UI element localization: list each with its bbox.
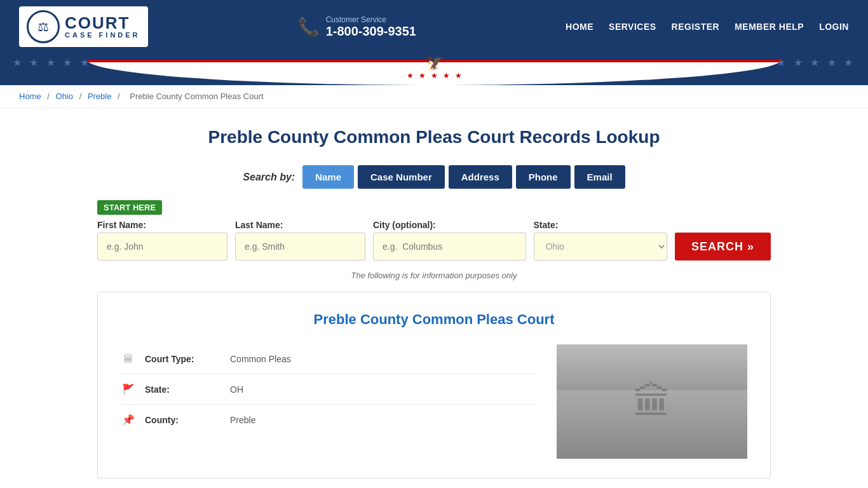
breadcrumb-ohio[interactable]: Ohio [56,92,73,101]
breadcrumb-preble[interactable]: Preble [88,92,112,101]
logo-area: ⚖ COURT CASE FINDER [19,6,148,47]
state-detail-value: OH [230,384,243,395]
search-by-row: Search by: Name Case Number Address Phon… [97,165,771,189]
tab-case-number[interactable]: Case Number [358,165,445,189]
breadcrumb-sep2: / [79,92,84,101]
phone-label: Customer Service [326,15,416,24]
nav-services[interactable]: SERVICES [609,22,656,32]
breadcrumb-current: Preble County Common Pleas Court [130,92,263,101]
breadcrumb-home[interactable]: Home [19,92,41,101]
state-detail-label: State: [145,384,221,395]
court-image [557,344,747,459]
logo-text: COURT CASE FINDER [65,15,140,39]
court-image-placeholder [557,344,747,459]
detail-row-county: 📌 County: Preble [121,405,538,435]
firstname-input[interactable] [97,233,227,261]
tab-name[interactable]: Name [302,165,354,189]
phone-info: Customer Service 1-800-309-9351 [326,15,416,39]
search-form-row: First Name: Last Name: City (optional): … [97,220,771,261]
search-form-container: START HERE First Name: Last Name: City (… [97,200,771,261]
nav-register[interactable]: REGISTER [672,22,720,32]
lastname-group: Last Name: [235,220,365,261]
logo-finder-text: CASE FINDER [65,31,140,39]
stars-left: ★ ★ ★ ★ ★ [13,57,92,69]
detail-row-state: 🚩 State: OH [121,374,538,405]
court-card: Preble County Common Pleas Court 🏛 Court… [97,292,771,478]
county-label: County: [145,415,221,425]
state-group: State: AlabamaAlaskaArizonaArkansasCalif… [534,220,667,261]
nav-login[interactable]: LOGIN [819,22,849,32]
detail-row-court-type: 🏛 Court Type: Common Pleas [121,344,538,374]
logo-court-text: COURT [65,15,140,31]
page-title: Preble County Common Pleas Court Records… [97,127,771,147]
city-label: City (optional): [373,220,526,230]
tab-phone[interactable]: Phone [516,165,571,189]
logo-emblem: ⚖ [27,10,60,43]
tab-address[interactable]: Address [449,165,512,189]
breadcrumb-sep1: / [47,92,51,101]
lastname-input[interactable] [235,233,365,261]
tab-email[interactable]: Email [574,165,625,189]
court-card-title: Preble County Common Pleas Court [121,311,747,328]
site-header: ⚖ COURT CASE FINDER 📞 Customer Service 1… [0,0,868,53]
main-nav: HOME SERVICES REGISTER MEMBER HELP LOGIN [566,22,849,32]
county-value: Preble [230,415,255,425]
search-button[interactable]: SEARCH » [675,233,771,261]
main-content: Preble County Common Pleas Court Records… [85,108,783,488]
phone-icon: 📞 [297,17,320,37]
logo-box: ⚖ COURT CASE FINDER [19,6,148,47]
breadcrumb-sep3: / [118,92,122,101]
state-icon: 🚩 [121,383,136,395]
start-here-badge: START HERE [97,200,162,215]
court-details: 🏛 Court Type: Common Pleas 🚩 State: OH 📌… [121,344,538,459]
banner-stars-center: ★★★★★ [407,71,462,80]
banner-strip: ★ ★ ★ ★ ★ ★ ★ ★ ★ ★ 🦅 ★★★★★ [0,53,868,85]
state-label: State: [534,220,667,230]
lastname-label: Last Name: [235,220,365,230]
eagle-icon: 🦅 [426,55,443,71]
stars-right: ★ ★ ★ ★ ★ [776,57,855,69]
court-type-value: Common Pleas [230,354,291,364]
firstname-label: First Name: [97,220,227,230]
court-type-icon: 🏛 [121,353,136,365]
court-type-label: Court Type: [145,354,221,364]
city-group: City (optional): [373,220,526,261]
breadcrumb: Home / Ohio / Preble / Preble County Com… [0,85,868,108]
phone-number: 1-800-309-9351 [326,24,416,39]
city-input[interactable] [373,233,526,261]
info-note: The following is for information purpose… [97,271,771,280]
nav-member-help[interactable]: MEMBER HELP [735,22,804,32]
phone-area: 📞 Customer Service 1-800-309-9351 [297,15,416,39]
search-by-label: Search by: [243,172,295,183]
state-select[interactable]: AlabamaAlaskaArizonaArkansasCaliforniaCo… [534,233,667,261]
firstname-group: First Name: [97,220,227,261]
court-card-body: 🏛 Court Type: Common Pleas 🚩 State: OH 📌… [121,344,747,459]
nav-home[interactable]: HOME [566,22,593,32]
county-icon: 📌 [121,414,136,426]
